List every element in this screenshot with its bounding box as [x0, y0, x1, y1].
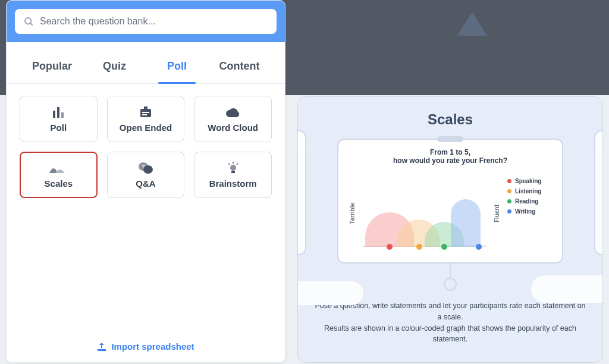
svg-rect-2: [53, 111, 55, 118]
card-open-ended[interactable]: Open Ended: [107, 96, 185, 142]
cloud-decor: [297, 281, 363, 305]
card-word-cloud[interactable]: Word Cloud: [194, 96, 272, 142]
preview-panel: Scales From 1 to 5, how would you rate y…: [297, 96, 603, 363]
card-label: Brainstorm: [209, 178, 257, 189]
svg-rect-7: [142, 112, 149, 113]
search-bar[interactable]: [15, 9, 277, 34]
card-brainstorm[interactable]: Brainstorm: [194, 152, 272, 198]
svg-point-0: [25, 18, 32, 24]
question-type-panel: Popular Quiz Poll Content Poll Open Ende…: [6, 0, 285, 363]
open-ended-icon: [134, 106, 158, 119]
svg-rect-13: [231, 171, 235, 173]
scales-chart: [363, 171, 486, 256]
chart-legend: Speaking Listening Reading Writing: [507, 178, 554, 256]
screen-stand: [450, 263, 451, 278]
poll-icon: [46, 106, 70, 119]
legend-item: Writing: [507, 208, 554, 215]
axis-label-high: Fluent: [491, 202, 503, 225]
preview-description: Pose a question, write statements and le…: [313, 300, 587, 345]
tab-popular[interactable]: Popular: [21, 53, 83, 83]
search-icon: [23, 16, 34, 27]
card-label: Poll: [51, 123, 67, 133]
import-spreadsheet-button[interactable]: Import spreadsheet: [7, 333, 285, 362]
svg-rect-3: [57, 107, 59, 118]
preview-screen: From 1 to 5, how would you rate your Fre…: [337, 139, 563, 263]
import-label: Import spreadsheet: [111, 341, 194, 352]
preview-next-card: [594, 130, 603, 255]
svg-point-12: [230, 165, 236, 171]
card-label: Q&A: [136, 178, 155, 189]
brainstorm-icon: [221, 162, 245, 175]
category-tabs: Popular Quiz Poll Content: [7, 53, 285, 84]
card-scales[interactable]: Scales: [20, 152, 98, 198]
preview-title: Scales: [428, 111, 473, 128]
preview-question-line2: how would you rate your French?: [347, 156, 554, 165]
tab-quiz[interactable]: Quiz: [83, 53, 146, 83]
svg-rect-8: [142, 114, 147, 115]
card-label: Open Ended: [120, 123, 172, 133]
preview-question-line1: From 1 to 5,: [347, 148, 554, 156]
cloud-icon: [221, 106, 245, 119]
tab-content[interactable]: Content: [208, 53, 271, 83]
search-input[interactable]: [40, 16, 268, 27]
tab-poll[interactable]: Poll: [146, 53, 208, 83]
card-label: Scales: [45, 178, 73, 189]
search-bar-wrap: [7, 1, 285, 42]
card-qa[interactable]: ? Q&A: [107, 152, 185, 198]
svg-rect-17: [98, 349, 106, 351]
legend-item: Reading: [507, 198, 554, 205]
question-type-grid: Poll Open Ended Word Cloud Scales ? Q&A: [7, 84, 285, 210]
screen-notch: [437, 136, 463, 142]
cloud-decor: [531, 275, 603, 303]
svg-text:?: ?: [142, 164, 145, 170]
upload-icon: [97, 343, 106, 351]
card-label: Word Cloud: [208, 123, 258, 133]
svg-rect-4: [61, 112, 64, 118]
svg-line-1: [30, 23, 33, 26]
legend-item: Listening: [507, 188, 554, 194]
svg-line-15: [228, 164, 230, 165]
legend-item: Speaking: [507, 178, 554, 184]
svg-rect-6: [144, 106, 147, 110]
preview-prev-card: [297, 130, 306, 255]
axis-label-low: Terrible: [347, 200, 358, 227]
card-poll[interactable]: Poll: [20, 96, 98, 142]
qa-icon: ?: [134, 162, 158, 175]
svg-line-16: [237, 164, 238, 165]
screen-base: [444, 278, 457, 291]
background-decor: [448, 12, 585, 59]
scales-icon: [46, 162, 70, 175]
